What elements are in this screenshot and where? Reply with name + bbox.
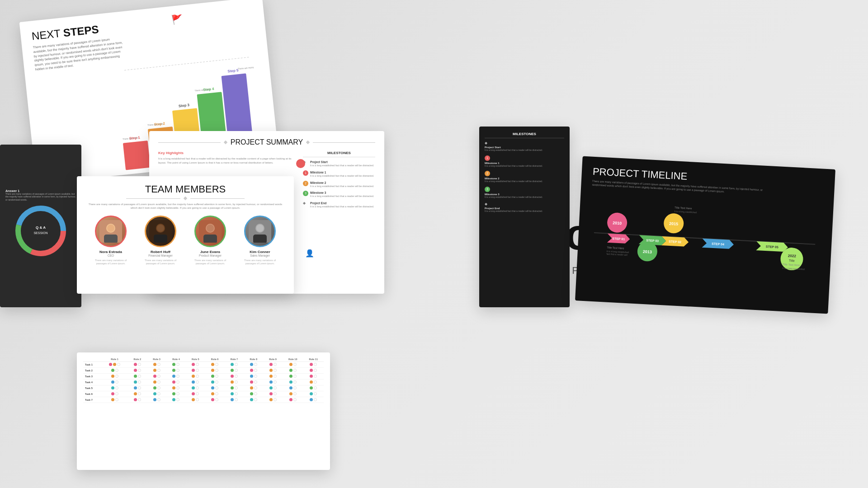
svg-text:Step 3: Step 3 bbox=[179, 103, 190, 108]
milestones-dark-list: ◆ Project Start It is a long established… bbox=[485, 141, 564, 213]
svg-point-18 bbox=[25, 215, 57, 247]
team-member-nora: Nora Estrada CEO There are many variatio… bbox=[90, 216, 131, 265]
svg-text:Step 5: Step 5 bbox=[227, 68, 239, 74]
svg-text:It is a long established: It is a long established bbox=[782, 267, 805, 271]
svg-text:STEP 02: STEP 02 bbox=[669, 240, 681, 244]
summary-highlights-text: It is a long established fact that a rea… bbox=[158, 157, 297, 165]
svg-text:STEP 03: STEP 03 bbox=[646, 239, 659, 242]
slide-raci: Role 1 Role 2 Role 3 Role 4 Role 5 Role … bbox=[77, 352, 330, 470]
slide-qa: Answer 1 There are many variations of pa… bbox=[0, 145, 81, 307]
svg-point-28 bbox=[157, 225, 164, 232]
qa-donut-chart: Q & A SESSION bbox=[14, 204, 68, 258]
member-name-nora: Nora Estrada bbox=[99, 250, 122, 254]
raci-body: Task 1 Task 2 bbox=[83, 362, 324, 403]
avatar-robert bbox=[145, 216, 176, 247]
svg-text:2022: 2022 bbox=[788, 253, 797, 258]
svg-text:fact that a reader will: fact that a reader will bbox=[606, 252, 627, 256]
svg-rect-23 bbox=[104, 235, 118, 243]
raci-header-row: Role 1 Role 2 Role 3 Role 4 Role 5 Role … bbox=[83, 357, 324, 362]
svg-text:Title Text Here: Title Text Here bbox=[675, 206, 692, 210]
svg-line-14 bbox=[124, 57, 250, 70]
svg-text:STEP 05: STEP 05 bbox=[766, 245, 778, 249]
table-row: Task 4 bbox=[83, 380, 324, 385]
slide-team-members: TEAM MEMBERS There are many variations o… bbox=[77, 176, 294, 294]
summary-key-highlights: Key Highlights bbox=[158, 151, 297, 155]
qa-answer-label: Answer 1 bbox=[5, 189, 76, 192]
next-steps-title: NEXT bbox=[31, 27, 64, 42]
avatar-june bbox=[194, 216, 226, 247]
svg-rect-27 bbox=[154, 235, 167, 243]
member-role-robert: Financial Manager bbox=[148, 254, 172, 257]
member-desc-kim: There are many variations of passages of… bbox=[240, 259, 280, 265]
team-divider bbox=[86, 197, 285, 200]
team-title: TEAM MEMBERS bbox=[86, 183, 285, 195]
table-row: Task 1 bbox=[83, 362, 324, 368]
team-description: There are many variations of passages of… bbox=[86, 202, 285, 210]
summary-title: PROJECT SUMMARY bbox=[231, 138, 303, 146]
raci-table: Role 1 Role 2 Role 3 Role 4 Role 5 Role … bbox=[83, 357, 324, 403]
milestones-dark-title: MILESTONES bbox=[485, 132, 564, 138]
timeline-chart: 2010 STEP 01 Title Text Here It is a lon… bbox=[587, 194, 821, 282]
svg-text:Title Text Here: Title Text Here bbox=[607, 246, 624, 249]
table-row: Task 6 bbox=[83, 391, 324, 397]
svg-rect-31 bbox=[203, 235, 217, 243]
svg-rect-0 bbox=[123, 141, 151, 170]
table-row: Task 3 bbox=[83, 374, 324, 380]
milestones-title: MILESTONES bbox=[303, 151, 375, 157]
miles-icon-0: ◆ bbox=[485, 141, 564, 145]
svg-text:STEP 01: STEP 01 bbox=[612, 237, 625, 240]
member-role-kim: Sales Manager bbox=[250, 254, 270, 257]
svg-text:STEP 04: STEP 04 bbox=[712, 242, 724, 246]
svg-text:2010: 2010 bbox=[613, 221, 622, 225]
member-name-robert: Robert Huff bbox=[151, 250, 170, 254]
slide-milestones-dark: MILESTONES ◆ Project Start It is a long … bbox=[479, 127, 570, 307]
svg-text:2013: 2013 bbox=[643, 249, 652, 254]
person-icon: 👤 bbox=[305, 249, 314, 258]
svg-point-32 bbox=[207, 225, 214, 232]
svg-text:SESSION: SESSION bbox=[33, 231, 47, 235]
flag-icon: 🚩 bbox=[171, 13, 183, 25]
avatar-nora bbox=[95, 216, 127, 247]
svg-text:Q & A: Q & A bbox=[36, 225, 46, 230]
member-role-june: Product Manager bbox=[199, 254, 222, 257]
member-desc-robert: There are many variations of passages of… bbox=[140, 259, 181, 265]
milestones-list: ◆ Project StartIt is a long established … bbox=[303, 160, 375, 209]
team-member-kim: Kim Conner Sales Manager There are many … bbox=[240, 216, 280, 265]
team-member-june: June Evans Product Manager There are man… bbox=[190, 216, 231, 265]
member-name-june: June Evans bbox=[200, 250, 220, 254]
svg-text:It is a long established: It is a long established bbox=[675, 210, 697, 214]
avatar-kim bbox=[244, 216, 276, 247]
member-desc-nora: There are many variations of passages of… bbox=[90, 259, 131, 265]
team-member-robert: Robert Huff Financial Manager There are … bbox=[140, 216, 181, 265]
table-row: Task 7 bbox=[83, 397, 324, 403]
svg-point-24 bbox=[107, 225, 114, 232]
member-role-nora: CEO bbox=[108, 254, 114, 257]
team-members-row: Nora Estrada CEO There are many variatio… bbox=[86, 216, 285, 265]
member-desc-june: There are many variations of passages of… bbox=[190, 259, 231, 265]
table-row: Task 5 bbox=[83, 385, 324, 391]
miles-icon-end: ◆ bbox=[485, 202, 564, 206]
member-name-kim: Kim Conner bbox=[250, 250, 270, 254]
svg-text:There are many: There are many bbox=[238, 66, 254, 70]
svg-text:Title: Title bbox=[789, 259, 795, 263]
slide-timeline: PROJECT TIMELINE There are many variatio… bbox=[575, 156, 835, 314]
table-row: Task 2 bbox=[83, 368, 324, 374]
qa-answer-desc: There are many variations of passages of… bbox=[5, 192, 76, 202]
svg-point-36 bbox=[256, 225, 264, 232]
svg-rect-35 bbox=[253, 235, 267, 243]
svg-text:2015: 2015 bbox=[669, 221, 679, 226]
